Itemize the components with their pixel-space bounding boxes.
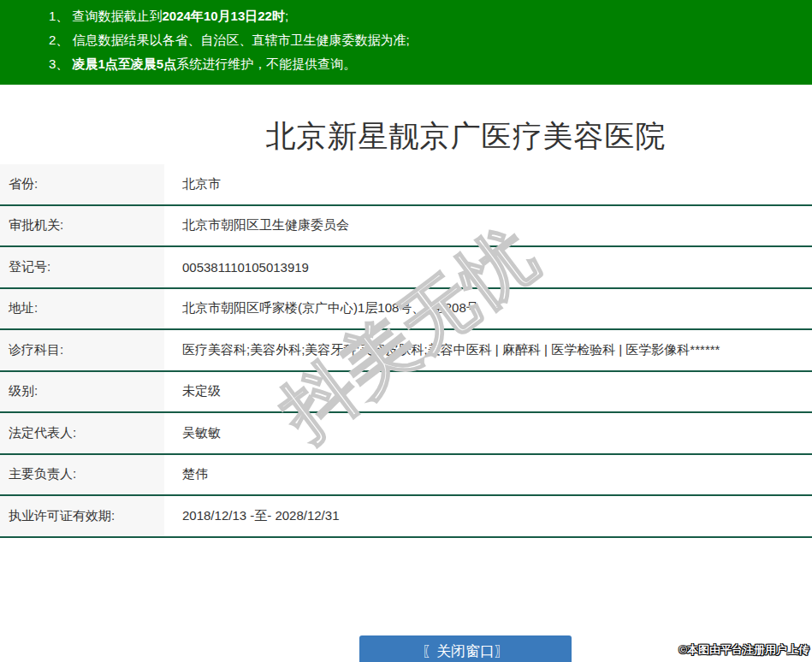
notice-line-1: 1、 查询数据截止到2024年10月13日22时;	[49, 4, 795, 28]
notice-segment: 系统进行维护，不能提供查询。	[176, 56, 356, 71]
row-value: 北京市朝阳区卫生健康委员会	[164, 206, 812, 246]
table-row: 省份:北京市	[0, 164, 812, 206]
table-row: 审批机关:北京市朝阳区卫生健康委员会	[0, 206, 812, 248]
page-title: 北京新星靓京广医疗美容医院	[0, 85, 812, 164]
close-window-button[interactable]: 〖关闭窗口〗	[359, 635, 572, 662]
row-value: 吴敏敏	[164, 413, 812, 453]
row-value: 未定级	[164, 372, 812, 412]
table-row: 主要负责人:楚伟	[0, 455, 812, 497]
notice-banner: 1、 查询数据截止到2024年10月13日22时;2、 信息数据结果以各省、自治…	[0, 0, 812, 85]
row-label: 审批机关:	[0, 206, 164, 246]
row-value: 北京市	[164, 164, 812, 204]
notice-line-2: 2、 信息数据结果以各省、自治区、直辖市卫生健康委数据为准;	[49, 28, 795, 52]
row-label: 法定代表人:	[0, 413, 164, 453]
table-row: 诊疗科目:医疗美容科;美容外科;美容牙科;美容皮肤科;美容中医科 | 麻醉科 |…	[0, 330, 812, 372]
notice-segment-bold: 2024年10月13日22时	[163, 9, 285, 23]
table-row: 执业许可证有效期:2018/12/13 -至- 2028/12/31	[0, 496, 812, 538]
notice-line-3: 3、 凌晨1点至凌晨5点系统进行维护，不能提供查询。	[49, 52, 795, 76]
table-row: 法定代表人:吴敏敏	[0, 413, 812, 455]
table-row: 地址:北京市朝阳区呼家楼(京广中心)1层108号、2层208号	[0, 289, 812, 331]
row-value: 2018/12/13 -至- 2028/12/31	[164, 496, 812, 536]
image-credit: ©本图由平台注册用户上传	[679, 642, 809, 658]
row-label: 级别:	[0, 372, 164, 412]
row-value: 医疗美容科;美容外科;美容牙科;美容皮肤科;美容中医科 | 麻醉科 | 医学检验…	[164, 330, 812, 370]
row-value: 005381110105013919	[164, 247, 812, 287]
query-result-page: 1、 查询数据截止到2024年10月13日22时;2、 信息数据结果以各省、自治…	[0, 0, 812, 662]
row-label: 主要负责人:	[0, 455, 164, 495]
row-label: 登记号:	[0, 247, 164, 287]
table-row: 级别:未定级	[0, 372, 812, 414]
notice-segment: 1、 查询数据截止到	[49, 9, 163, 23]
notice-segment: 3、	[49, 56, 73, 71]
row-value: 楚伟	[164, 455, 812, 495]
notice-segment-bold: 凌晨1点至凌晨5点	[73, 56, 177, 71]
notice-segment: ;	[285, 9, 288, 23]
row-value: 北京市朝阳区呼家楼(京广中心)1层108号、2层208号	[164, 289, 812, 329]
table-row: 登记号:005381110105013919	[0, 247, 812, 289]
info-table: 省份:北京市审批机关:北京市朝阳区卫生健康委员会登记号:005381110105…	[0, 164, 812, 538]
row-label: 诊疗科目:	[0, 330, 164, 370]
notice-segment: 2、 信息数据结果以各省、自治区、直辖市卫生健康委数据为准;	[49, 33, 410, 47]
row-label: 执业许可证有效期:	[0, 496, 164, 536]
row-label: 地址:	[0, 289, 164, 329]
row-label: 省份:	[0, 164, 164, 204]
